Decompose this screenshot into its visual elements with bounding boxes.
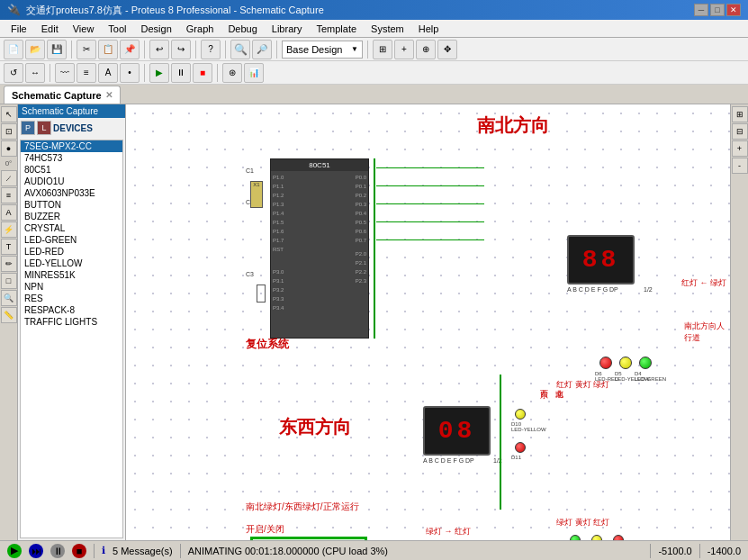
device-item-2[interactable]: 80C51 — [21, 164, 122, 176]
close-button[interactable]: ✕ — [726, 4, 741, 16]
text-tool[interactable]: T — [1, 239, 17, 255]
device-item-15[interactable]: TRAFFIC LIGHTS — [21, 316, 122, 328]
message-count: 5 Message(s) — [113, 546, 173, 556]
app-icon: 🔌 — [7, 4, 21, 16]
sim-pause-button[interactable]: ⏸ — [171, 63, 191, 83]
device-item-4[interactable]: AVX0603NP033E — [21, 187, 122, 199]
status-sep-3 — [650, 544, 651, 558]
menu-edit[interactable]: Edit — [34, 22, 66, 36]
menu-library[interactable]: Library — [265, 22, 310, 36]
green-box-display: 东西绿灯 — [250, 537, 367, 540]
device-item-5[interactable]: BUTTON — [21, 199, 122, 211]
bus-button[interactable]: ≡ — [77, 63, 96, 83]
tab-close-icon[interactable]: ✕ — [105, 90, 113, 100]
label-tool[interactable]: A — [1, 204, 17, 221]
wire-tool[interactable]: ⟋ — [1, 170, 17, 186]
sim-stop-button[interactable]: ■ — [193, 63, 212, 83]
stop-button[interactable]: ■ — [72, 544, 86, 558]
device-item-0[interactable]: 7SEG-MPX2-CC — [21, 140, 122, 152]
rt-btn-2[interactable]: ⊟ — [732, 123, 748, 140]
redo-button[interactable]: ↪ — [171, 40, 191, 59]
maximize-button[interactable]: □ — [710, 4, 725, 16]
menu-graph[interactable]: Graph — [179, 22, 221, 36]
device-item-7[interactable]: CRYSTAL — [21, 222, 122, 234]
tab-bar: Schematic Capture ✕ — [0, 85, 748, 104]
schematic-capture-tab[interactable]: Schematic Capture ✕ — [4, 86, 121, 104]
sidebar-header: Schematic Capture — [18, 104, 125, 118]
p-button[interactable]: P — [21, 121, 35, 135]
device-list[interactable]: 7SEG-MPX2-CC 74HC573 80C51 AUDIO1U AVX06… — [20, 140, 123, 538]
device-item-6[interactable]: BUZZER — [21, 211, 122, 222]
component-tool[interactable]: ⊡ — [1, 123, 17, 140]
minimize-button[interactable]: ─ — [694, 4, 708, 16]
zoom-in-button[interactable]: 🔍 — [230, 40, 250, 59]
d10-led-yellow — [515, 409, 526, 420]
oscilloscope-button[interactable]: 📊 — [244, 63, 264, 83]
select-tool[interactable]: ↖ — [1, 106, 17, 122]
wire-button[interactable]: 〰 — [55, 63, 75, 83]
rotate-button[interactable]: ↺ — [4, 63, 23, 83]
paste-button[interactable]: 📌 — [120, 40, 140, 59]
sep7 — [50, 64, 50, 82]
c3-component — [257, 285, 266, 303]
design-dropdown[interactable]: Base Design ▼ — [282, 41, 363, 59]
play-button[interactable]: ▶ — [7, 544, 22, 558]
device-item-12[interactable]: NPN — [21, 281, 122, 293]
cut-button[interactable]: ✂ — [77, 40, 96, 59]
device-item-9[interactable]: LED-RED — [21, 246, 122, 257]
c3-label: C3 — [246, 271, 254, 277]
save-button[interactable]: 💾 — [47, 40, 67, 59]
d11-led-red — [515, 442, 526, 453]
menu-design[interactable]: Design — [134, 22, 179, 36]
canvas-area[interactable]: 南北方向 80C51 P1.0P1.1P1.2P1.3P1.4P1.5P1.6P… — [126, 104, 730, 540]
crystal-component: X1 — [250, 181, 263, 208]
menu-help[interactable]: Help — [411, 22, 446, 36]
pause-button[interactable]: ⏸ — [50, 544, 65, 558]
pan-button[interactable]: ✥ — [437, 40, 457, 59]
device-item-3[interactable]: AUDIO1U — [21, 176, 122, 187]
device-item-13[interactable]: RES — [21, 293, 122, 304]
mirror-button[interactable]: ↔ — [25, 63, 45, 83]
sim-play-button[interactable]: ▶ — [149, 63, 169, 83]
h-wire-2 — [376, 185, 484, 186]
menu-system[interactable]: System — [364, 22, 411, 36]
rt-btn-3[interactable]: + — [732, 140, 748, 157]
menu-view[interactable]: View — [66, 22, 102, 36]
probe-button[interactable]: ⊛ — [222, 63, 242, 83]
status-sep-1 — [94, 544, 95, 558]
rt-btn-1[interactable]: ⊞ — [732, 106, 748, 122]
bus-tool[interactable]: ≡ — [1, 187, 17, 203]
zoom-out-button[interactable]: 🔎 — [252, 40, 272, 59]
snap-button[interactable]: + — [394, 40, 414, 59]
device-item-10[interactable]: LED-YELLOW — [21, 257, 122, 269]
device-item-8[interactable]: LED-GREEN — [21, 234, 122, 246]
device-item-14[interactable]: RESPACK-8 — [21, 304, 122, 316]
zoom-area-tool[interactable]: 🔍 — [1, 290, 17, 306]
device-item-11[interactable]: MINRES51K — [21, 269, 122, 281]
power-tool[interactable]: ⚡ — [1, 221, 17, 238]
junction-button[interactable]: • — [120, 63, 140, 83]
box-tool[interactable]: □ — [1, 273, 17, 289]
status-bar: ▶ ⏭ ⏸ ■ ℹ 5 Message(s) ANIMATING 00:01:1… — [0, 540, 748, 560]
l-button[interactable]: L — [37, 121, 51, 135]
draw-tool[interactable]: ✏ — [1, 256, 17, 272]
rt-btn-4[interactable]: - — [732, 158, 748, 174]
menu-tool[interactable]: Tool — [101, 22, 133, 36]
junction-tool[interactable]: ● — [1, 140, 17, 157]
menu-template[interactable]: Template — [309, 22, 364, 36]
origin-button[interactable]: ⊕ — [416, 40, 436, 59]
d6-led-red — [599, 357, 612, 369]
undo-button[interactable]: ↩ — [149, 40, 169, 59]
step-button[interactable]: ⏭ — [29, 544, 43, 558]
sidebar-title: Schematic Capture — [22, 106, 98, 116]
menu-debug[interactable]: Debug — [221, 22, 264, 36]
copy-button[interactable]: 📋 — [98, 40, 118, 59]
help-button[interactable]: ? — [201, 40, 221, 59]
label-button[interactable]: A — [98, 63, 118, 83]
grid-button[interactable]: ⊞ — [373, 40, 392, 59]
menu-file[interactable]: File — [4, 22, 34, 36]
measure-tool[interactable]: 📏 — [1, 307, 17, 323]
new-button[interactable]: 📄 — [4, 40, 23, 59]
open-button[interactable]: 📂 — [25, 40, 45, 59]
device-item-1[interactable]: 74HC573 — [21, 152, 122, 164]
